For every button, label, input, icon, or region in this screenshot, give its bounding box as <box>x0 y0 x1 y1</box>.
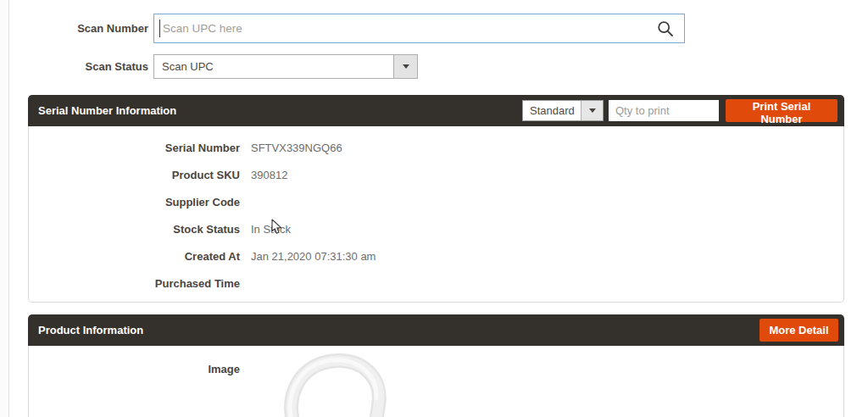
serial-panel-header: Serial Number Information Standard Print… <box>28 95 844 126</box>
print-type-select[interactable]: Standard <box>522 100 604 121</box>
scan-number-input[interactable] <box>154 14 684 42</box>
product-info-panel: Product Information More Detail Image <box>28 314 844 417</box>
chevron-down-icon <box>589 108 596 113</box>
row-label: Purchased Time <box>29 277 240 290</box>
serial-scan-page: Scan Number Scan Status Scan UPC Serial … <box>0 0 868 417</box>
product-panel-body: Image <box>28 346 844 417</box>
serial-panel-body: Serial Number SFTVX339NGQ66 Product SKU … <box>28 126 844 303</box>
qty-to-print-input[interactable] <box>609 100 719 121</box>
serial-panel-title: Serial Number Information <box>38 95 176 126</box>
scan-number-field-wrap <box>153 14 685 43</box>
info-row-image: Image <box>29 363 843 390</box>
info-row-product-sku: Product SKU 390812 <box>29 169 843 196</box>
print-type-arrow-box[interactable] <box>581 101 603 120</box>
row-value: 390812 <box>251 169 287 181</box>
info-row-created-at: Created At Jan 21,2020 07:31:30 am <box>29 250 843 277</box>
info-row-stock-status: Stock Status In Stock <box>29 223 843 250</box>
more-detail-button[interactable]: More Detail <box>760 319 838 342</box>
scan-status-arrow-box[interactable] <box>393 55 417 78</box>
text-caret-icon <box>159 19 160 37</box>
info-row-supplier-code: Supplier Code <box>29 196 843 223</box>
chevron-down-icon <box>403 64 409 69</box>
row-label: Product SKU <box>29 169 240 181</box>
row-value: In Stock <box>251 223 291 236</box>
scan-status-label: Scan Status <box>0 60 148 73</box>
row-label: Created At <box>29 250 240 263</box>
row-label: Serial Number <box>29 142 240 154</box>
search-icon[interactable] <box>657 20 674 37</box>
row-value: SFTVX339NGQ66 <box>251 142 342 154</box>
info-row-serial-number: Serial Number SFTVX339NGQ66 <box>29 142 843 169</box>
scan-number-label: Scan Number <box>0 22 148 35</box>
image-label: Image <box>29 363 240 375</box>
print-type-value: Standard <box>523 101 581 120</box>
row-label: Supplier Code <box>29 196 240 208</box>
product-image <box>251 351 403 417</box>
print-serial-number-button[interactable]: Print Serial Number <box>726 99 837 122</box>
scan-status-value: Scan UPC <box>154 55 393 78</box>
row-value: Jan 21,2020 07:31:30 am <box>251 250 376 263</box>
product-panel-title: Product Information <box>38 314 143 346</box>
scan-status-select[interactable]: Scan UPC <box>153 54 418 79</box>
row-label: Stock Status <box>29 223 240 236</box>
serial-number-panel: Serial Number Information Standard Print… <box>28 95 844 303</box>
product-panel-header: Product Information More Detail <box>28 314 844 346</box>
info-row-purchased-time: Purchased Time <box>29 277 843 304</box>
